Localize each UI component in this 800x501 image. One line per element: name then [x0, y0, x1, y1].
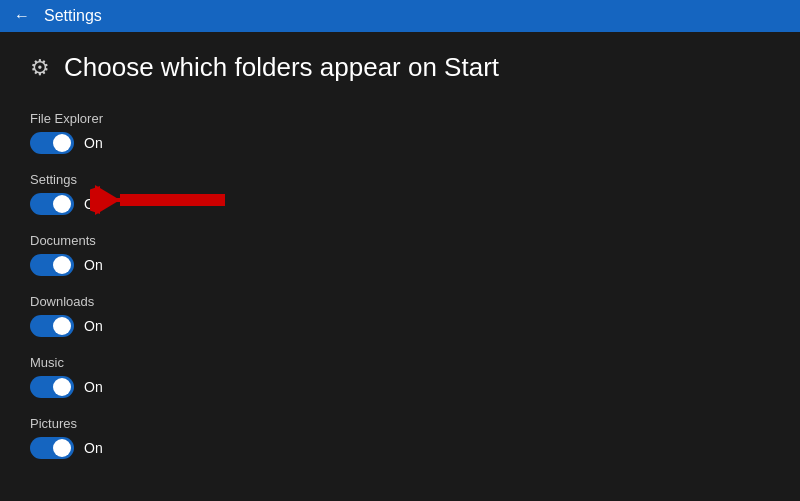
folder-label-pictures: Pictures [30, 416, 770, 431]
toggle-state-settings: On [84, 196, 103, 212]
folder-item-pictures: PicturesOn [30, 416, 770, 459]
folder-label-file-explorer: File Explorer [30, 111, 770, 126]
folder-item-downloads: DownloadsOn [30, 294, 770, 337]
toggle-music[interactable] [30, 376, 74, 398]
settings-content: ⚙ Choose which folders appear on Start F… [0, 32, 800, 497]
toggle-documents[interactable] [30, 254, 74, 276]
titlebar-title: Settings [44, 7, 102, 25]
toggle-row-settings: On [30, 193, 770, 215]
toggle-knob-file-explorer [53, 134, 71, 152]
toggle-row-documents: On [30, 254, 770, 276]
folder-label-downloads: Downloads [30, 294, 770, 309]
toggle-state-file-explorer: On [84, 135, 103, 151]
toggle-settings[interactable] [30, 193, 74, 215]
toggle-state-music: On [84, 379, 103, 395]
toggle-state-downloads: On [84, 318, 103, 334]
toggle-row-pictures: On [30, 437, 770, 459]
back-button[interactable]: ← [10, 4, 34, 28]
toggle-state-pictures: On [84, 440, 103, 456]
toggle-row-file-explorer: On [30, 132, 770, 154]
toggle-pictures[interactable] [30, 437, 74, 459]
folder-item-music: MusicOn [30, 355, 770, 398]
folder-label-documents: Documents [30, 233, 770, 248]
page-header: ⚙ Choose which folders appear on Start [30, 52, 770, 83]
toggle-row-downloads: On [30, 315, 770, 337]
folder-item-file-explorer: File ExplorerOn [30, 111, 770, 154]
toggle-knob-downloads [53, 317, 71, 335]
toggle-row-music: On [30, 376, 770, 398]
toggle-knob-documents [53, 256, 71, 274]
toggle-knob-settings [53, 195, 71, 213]
titlebar: ← Settings [0, 0, 800, 32]
folder-item-settings: SettingsOn [30, 172, 770, 215]
toggle-state-documents: On [84, 257, 103, 273]
folder-label-settings: Settings [30, 172, 770, 187]
toggle-downloads[interactable] [30, 315, 74, 337]
page-title: Choose which folders appear on Start [64, 52, 499, 83]
toggle-file-explorer[interactable] [30, 132, 74, 154]
gear-icon: ⚙ [30, 55, 50, 81]
folder-list: File ExplorerOnSettingsOnDocumentsOnDown… [30, 111, 770, 459]
toggle-knob-pictures [53, 439, 71, 457]
folder-item-documents: DocumentsOn [30, 233, 770, 276]
toggle-knob-music [53, 378, 71, 396]
folder-label-music: Music [30, 355, 770, 370]
